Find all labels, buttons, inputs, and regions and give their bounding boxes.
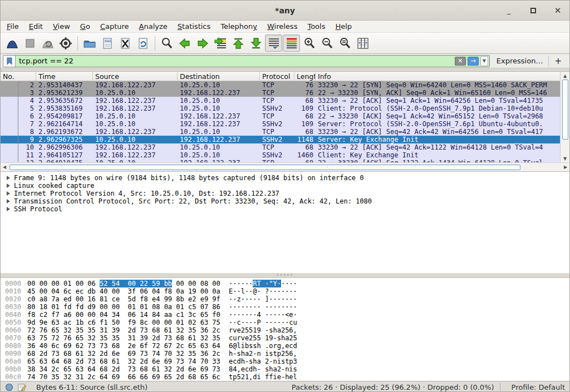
menu-help[interactable]: Help bbox=[330, 21, 357, 32]
hex-row-0000[interactable]: 000000 00 00 01 00 06 52 54 00 22 59 bb … bbox=[5, 280, 569, 287]
maximize-icon[interactable] bbox=[527, 4, 539, 17]
expander-icon[interactable] bbox=[7, 199, 10, 204]
reload-file-icon[interactable] bbox=[134, 34, 151, 52]
restart-capture-icon[interactable] bbox=[39, 34, 56, 52]
packet-row-8[interactable]: 82.962193672192.168.122.23710.25.0.10TCP… bbox=[1, 128, 560, 136]
hex-row-0030[interactable]: 003080 18 01 fd fd d9 00 00 01 01 08 0a … bbox=[5, 303, 569, 311]
packet-row-11[interactable]: 112.964105127192.168.122.23710.25.0.10SS… bbox=[1, 151, 560, 159]
close-icon[interactable]: ✕ bbox=[552, 4, 564, 17]
hex-bytes: 9d 9e 63 ac 1b c6 f1 50 f9 8c 00 00 01 0… bbox=[27, 319, 229, 326]
packet-row-2[interactable]: 22.953140437192.168.122.23710.25.0.10TCP… bbox=[1, 81, 560, 89]
hscroll-thumb[interactable] bbox=[9, 165, 520, 170]
packet-row-10[interactable]: 102.962996306192.168.122.23710.25.0.10TC… bbox=[1, 143, 560, 151]
menu-tools[interactable]: Tools bbox=[302, 21, 330, 32]
capture-options-icon[interactable] bbox=[57, 34, 74, 52]
status-profile[interactable]: Profile: Default bbox=[512, 383, 565, 391]
bookmark-icon[interactable] bbox=[3, 56, 16, 67]
hex-row-0050[interactable]: 00509d 9e 63 ac 1b c6 f1 50 f9 8c 00 00 … bbox=[5, 319, 569, 326]
column-header-info[interactable]: Info bbox=[316, 72, 560, 81]
open-file-icon[interactable] bbox=[81, 34, 98, 52]
colorize-icon[interactable] bbox=[283, 34, 300, 52]
hex-row-0020[interactable]: 0020c0 a8 7a ed 00 16 81 ce 5d f8 e4 99 … bbox=[5, 295, 569, 303]
packet-row-9[interactable]: 92.96296732510.25.0.10192.168.122.237SSH… bbox=[1, 136, 560, 143]
column-header-destination[interactable]: Destination bbox=[178, 72, 260, 81]
cell-source: 192.168.122.237 bbox=[93, 105, 178, 112]
menu-edit[interactable]: Edit bbox=[24, 21, 48, 32]
apply-filter-icon[interactable]: → bbox=[468, 57, 479, 66]
next-packet-icon[interactable] bbox=[194, 34, 211, 52]
hex-offset: 00c0 bbox=[5, 373, 27, 381]
menu-go[interactable]: Go bbox=[75, 21, 95, 32]
detail-row-0[interactable]: Frame 9: 1148 bytes on wire (9184 bits),… bbox=[1, 174, 569, 182]
menu-wireless[interactable]: Wireless bbox=[262, 21, 302, 32]
packet-row-6[interactable]: 62.95420981710.25.0.10192.168.122.237TCP… bbox=[1, 112, 560, 120]
expander-icon[interactable] bbox=[7, 176, 10, 180]
menu-view[interactable]: View bbox=[48, 21, 75, 32]
zoom-reset-icon[interactable] bbox=[336, 34, 353, 52]
first-packet-icon[interactable] bbox=[229, 34, 247, 52]
detail-row-2[interactable]: Internet Protocol Version 4, Src: 10.25.… bbox=[1, 190, 569, 197]
hex-offset: 0070 bbox=[5, 334, 27, 342]
hex-row-0080[interactable]: 008036 40 6c 69 62 73 73 68 2e 6f 72 67 … bbox=[5, 342, 569, 350]
scroll-up-icon[interactable]: ▲ bbox=[561, 72, 569, 80]
column-header-time[interactable]: Time bbox=[36, 72, 93, 81]
packet-row-7[interactable]: 72.96216471410.25.0.10192.168.122.237SSH… bbox=[1, 120, 560, 128]
auto-scroll-icon[interactable] bbox=[265, 34, 282, 52]
expert-info-icon[interactable] bbox=[5, 383, 13, 391]
close-file-icon[interactable] bbox=[116, 34, 134, 52]
cell-info: 33230 → 22 [SYN] Seq=0 Win=64240 Len=0 M… bbox=[316, 81, 560, 89]
packet-row-4[interactable]: 42.953635672192.168.122.23710.25.0.10TCP… bbox=[1, 97, 560, 105]
hex-row-0010[interactable]: 001045 00 04 6c ec db 40 00 3f 06 04 f8 … bbox=[5, 287, 569, 295]
column-header-no[interactable]: No. bbox=[1, 72, 36, 81]
hex-row-0090[interactable]: 009068 2d 73 68 61 32 2d 6e 69 73 74 70 … bbox=[5, 350, 569, 358]
packet-row-12[interactable]: 122.96481047510.25.0.10192.168.122.237TC… bbox=[1, 159, 560, 162]
expander-icon[interactable] bbox=[7, 191, 10, 196]
go-to-packet-icon[interactable] bbox=[212, 34, 229, 52]
pane-splitter[interactable]: ••••• bbox=[1, 273, 569, 277]
cell-protocol: TCP bbox=[260, 81, 294, 89]
detail-row-4[interactable]: SSH Protocol bbox=[1, 205, 569, 213]
packet-list-hscrollbar[interactable]: ◀ ▶ bbox=[1, 162, 569, 171]
column-header-length[interactable]: Length bbox=[294, 72, 316, 81]
scroll-right-icon[interactable]: ▶ bbox=[562, 163, 569, 171]
capture-comment-icon[interactable] bbox=[18, 383, 26, 391]
packet-row-5[interactable]: 52.953835169192.168.122.23710.25.0.10SSH… bbox=[1, 105, 560, 112]
zoom-in-icon[interactable] bbox=[301, 34, 318, 52]
expander-icon[interactable] bbox=[7, 207, 10, 211]
menu-telephony[interactable]: Telephony bbox=[215, 21, 262, 32]
find-packet-icon[interactable] bbox=[158, 34, 175, 52]
clear-filter-icon[interactable]: ✕ bbox=[455, 57, 466, 66]
packet-row-3[interactable]: 32.95362123910.25.0.10192.168.122.237TCP… bbox=[1, 89, 560, 97]
menu-analyze[interactable]: Analyze bbox=[134, 21, 173, 32]
menu-capture[interactable]: Capture bbox=[95, 21, 134, 32]
vscroll-thumb[interactable] bbox=[562, 80, 568, 140]
menu-file[interactable]: File bbox=[2, 21, 24, 32]
resize-columns-icon[interactable] bbox=[354, 34, 371, 52]
filter-dropdown-icon[interactable]: ▼ bbox=[480, 56, 488, 66]
hex-row-00a0[interactable]: 00a065 63 64 68 2d 73 68 61 32 2d 6e 69 … bbox=[5, 358, 569, 365]
scroll-left-icon[interactable]: ◀ bbox=[1, 163, 8, 171]
detail-row-3[interactable]: Transmission Control Protocol, Src Port:… bbox=[1, 197, 569, 205]
add-filter-button[interactable]: + bbox=[549, 56, 567, 66]
menu-statistics[interactable]: Statistics bbox=[173, 21, 215, 32]
zoom-out-icon[interactable] bbox=[318, 34, 336, 52]
hex-row-0070[interactable]: 007063 75 72 76 65 32 35 35 31 39 2d 73 … bbox=[5, 334, 569, 342]
packet-list-vscrollbar[interactable]: ▲ ▼ bbox=[560, 72, 569, 162]
hex-row-00c0[interactable]: 00c074 70 35 32 31 2c 64 69 66 66 69 65 … bbox=[5, 373, 569, 381]
hex-row-0040[interactable]: 0040f8 c2 f7 a6 00 00 04 34 06 14 84 aa … bbox=[5, 311, 569, 319]
column-header-protocol[interactable]: Protocol bbox=[260, 72, 294, 81]
expander-icon[interactable] bbox=[7, 183, 10, 188]
minimize-icon[interactable]: _ bbox=[503, 4, 515, 17]
column-header-source[interactable]: Source bbox=[93, 72, 178, 81]
last-packet-icon[interactable] bbox=[247, 34, 264, 52]
expression-button[interactable]: Expression… bbox=[490, 57, 549, 65]
start-capture-icon[interactable] bbox=[3, 34, 21, 52]
stop-capture-icon[interactable] bbox=[21, 34, 38, 52]
display-filter-input[interactable] bbox=[16, 57, 455, 65]
previous-packet-icon[interactable] bbox=[176, 34, 193, 52]
scroll-down-icon[interactable]: ▼ bbox=[561, 155, 569, 162]
detail-row-1[interactable]: Linux cooked capture bbox=[1, 182, 569, 190]
save-file-icon[interactable]: 0101 bbox=[99, 34, 116, 52]
hex-row-0060[interactable]: 006072 76 65 32 35 35 31 39 2d 73 68 61 … bbox=[5, 326, 569, 334]
hex-row-00b0[interactable]: 00b038 34 2c 65 63 64 68 2d 73 68 61 32 … bbox=[5, 365, 569, 373]
